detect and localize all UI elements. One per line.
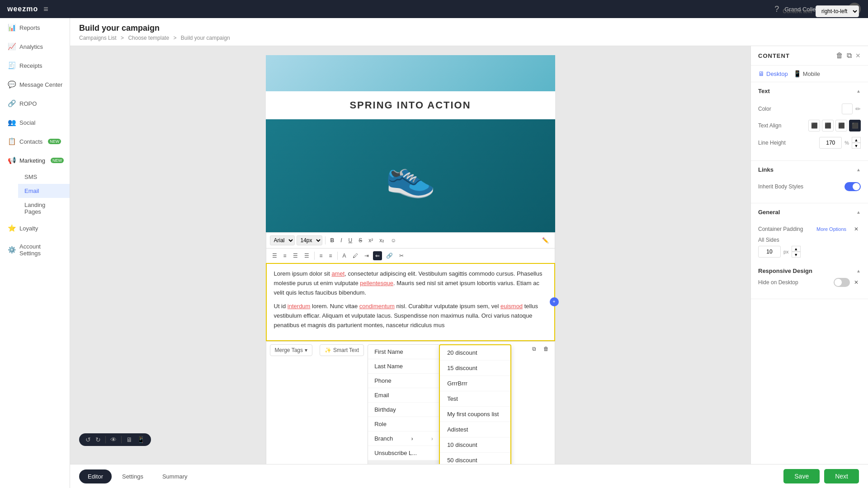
align-left-panel-button[interactable]: ⬛: [808, 120, 820, 131]
smart-text-button[interactable]: ✨ Smart Text: [320, 344, 364, 356]
mobile-view-button[interactable]: 📱: [137, 436, 145, 443]
sidebar-item-sms[interactable]: SMS: [18, 170, 70, 184]
rtl-button[interactable]: ⇐: [373, 251, 382, 260]
toolbar-sep1: [325, 236, 326, 244]
merge-item-email[interactable]: Email: [368, 388, 439, 403]
undo-button[interactable]: ↺: [85, 436, 91, 443]
desktop-view-button[interactable]: 🖥: [126, 436, 132, 443]
coupon-item-20-discount[interactable]: 20 discount: [440, 345, 510, 361]
bold-button[interactable]: B: [328, 236, 337, 245]
align-left-button[interactable]: ☰: [270, 251, 279, 260]
sidebar-item-loyalty[interactable]: ⭐ Loyalty: [0, 219, 70, 238]
padding-down-button[interactable]: ▼: [792, 252, 801, 258]
sidebar-item-contacts[interactable]: 📋 Contacts NEW: [0, 132, 70, 151]
text-cursor-handle[interactable]: +: [550, 297, 559, 306]
redo-button[interactable]: ↻: [95, 436, 101, 443]
panel-trash-button[interactable]: 🗑: [836, 52, 843, 60]
panel-section-general-header[interactable]: General ▲: [751, 203, 868, 221]
text-edit-area[interactable]: Lorem ipsum dolor sit amet, consectetur …: [266, 263, 555, 341]
coupon-item-test[interactable]: Test: [440, 391, 510, 407]
inherit-body-toggle[interactable]: [844, 182, 861, 191]
highlight-button[interactable]: 🖊: [350, 251, 360, 260]
align-justify-button[interactable]: ☰: [302, 251, 311, 260]
sidebar-item-social[interactable]: 👥 Social: [0, 113, 70, 132]
merge-item-unsubscribe[interactable]: Unsubscribe L...: [368, 446, 439, 460]
align-right-panel-button[interactable]: ⬛: [835, 120, 847, 131]
font-color-button[interactable]: A: [340, 251, 349, 260]
number-list-button[interactable]: ≡: [327, 251, 335, 260]
align-justify-panel-button[interactable]: ⬛: [849, 120, 861, 131]
strikethrough-button[interactable]: S: [356, 236, 364, 245]
coupon-item-adistest[interactable]: Adistest: [440, 422, 510, 437]
merge-item-coupon-code[interactable]: Coupon Code ›: [368, 460, 439, 464]
line-height-input[interactable]: [819, 137, 842, 149]
sidebar-item-ropo[interactable]: 🔗 ROPO: [0, 94, 70, 113]
sidebar-item-analytics[interactable]: 📈 Analytics: [0, 37, 70, 56]
sidebar-item-message-center[interactable]: 💬 Message Center: [0, 75, 70, 94]
italic-button[interactable]: I: [338, 236, 344, 245]
subscript-button[interactable]: x₂: [377, 236, 387, 245]
align-center-panel-button[interactable]: ⬛: [822, 120, 834, 131]
emoji-button[interactable]: ☺: [388, 236, 398, 245]
indent-button[interactable]: ⇥: [362, 251, 371, 260]
breadcrumb-campaigns[interactable]: Campaigns List: [79, 35, 117, 41]
help-icon[interactable]: ?: [774, 5, 779, 14]
panel-section-links-header[interactable]: Links ▲: [751, 161, 868, 178]
responsive-design-header[interactable]: Responsive Design ▲: [758, 264, 861, 278]
sidebar-item-account-settings[interactable]: ⚙️ Account Settings: [0, 238, 70, 262]
merge-item-branch[interactable]: Branch ›: [368, 432, 439, 446]
panel-section-links-title: Links: [758, 166, 774, 173]
edit-button[interactable]: ✏️: [540, 236, 551, 245]
tab-summary[interactable]: Summary: [154, 469, 196, 483]
color-swatch[interactable]: [842, 103, 853, 114]
merge-item-role[interactable]: Role: [368, 417, 439, 432]
color-pencil-icon[interactable]: ✏: [855, 105, 861, 113]
desktop-device-button[interactable]: 🖥 Desktop: [758, 70, 788, 77]
panel-copy-button[interactable]: ⧉: [847, 52, 852, 60]
line-height-up-button[interactable]: ▲: [852, 137, 861, 143]
merge-item-birthday[interactable]: Birthday: [368, 403, 439, 417]
panel-section-text-header[interactable]: Text ▲: [751, 82, 868, 100]
align-right-button[interactable]: ☰: [291, 251, 300, 260]
sidebar-item-email[interactable]: Email: [18, 184, 70, 198]
tab-settings[interactable]: Settings: [113, 469, 152, 483]
underline-button[interactable]: U: [346, 236, 355, 245]
font-size-select[interactable]: 14px: [297, 235, 322, 245]
tab-editor[interactable]: Editor: [79, 469, 112, 483]
delete-block-button[interactable]: 🗑: [541, 344, 551, 353]
more-options-button[interactable]: More Options: [816, 226, 846, 232]
preview-button[interactable]: 👁: [110, 436, 117, 443]
hamburger-icon[interactable]: ≡: [43, 5, 48, 14]
coupon-item-50-discount[interactable]: 50 discount: [440, 453, 510, 464]
hide-desktop-close-button[interactable]: ✕: [852, 278, 861, 287]
save-button[interactable]: Save: [783, 469, 820, 483]
padding-close-button[interactable]: ✕: [852, 225, 861, 234]
panel-close-button[interactable]: ✕: [855, 52, 861, 60]
merge-item-last-name[interactable]: Last Name: [368, 359, 439, 374]
duplicate-block-button[interactable]: ⧉: [530, 344, 538, 353]
sidebar-item-receipts[interactable]: 🧾 Receipts: [0, 56, 70, 75]
coupon-item-grrrbrrr[interactable]: GrrrBrrr: [440, 376, 510, 391]
merge-item-phone[interactable]: Phone: [368, 374, 439, 388]
link-button[interactable]: 🔗: [384, 251, 395, 260]
coupon-item-my-first-coupons[interactable]: My first coupons list: [440, 407, 510, 422]
clear-format-button[interactable]: ✂: [397, 251, 406, 260]
next-button[interactable]: Next: [824, 469, 859, 483]
breadcrumb-choose-template[interactable]: Choose template: [128, 35, 169, 41]
sidebar-item-reports[interactable]: 📊 Reports: [0, 18, 70, 37]
coupon-item-15-discount[interactable]: 15 discount: [440, 361, 510, 376]
hide-desktop-toggle[interactable]: [834, 278, 850, 287]
mobile-device-button[interactable]: 📱 Mobile: [793, 70, 820, 77]
sidebar-item-landing-pages[interactable]: Landing Pages: [18, 198, 70, 219]
padding-input[interactable]: [758, 246, 781, 258]
align-center-button[interactable]: ≡: [281, 251, 289, 260]
sidebar-item-marketing[interactable]: 📢 Marketing NEW: [0, 151, 70, 170]
padding-up-button[interactable]: ▲: [792, 246, 801, 252]
superscript-button[interactable]: x²: [366, 236, 375, 245]
merge-tags-button[interactable]: Merge Tags ▾: [270, 344, 312, 356]
bullet-list-button[interactable]: ≡: [317, 251, 325, 260]
line-height-down-button[interactable]: ▼: [852, 143, 861, 149]
merge-item-first-name[interactable]: First Name: [368, 345, 439, 359]
font-family-select[interactable]: Arial: [270, 235, 295, 245]
coupon-item-10-discount[interactable]: 10 discount: [440, 437, 510, 453]
